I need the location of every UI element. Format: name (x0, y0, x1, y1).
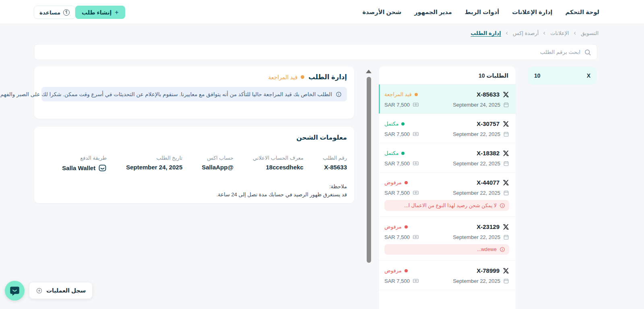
order-item-X-78999[interactable]: X-78999مرفوضSeptember 22, 2025SAR 7,500 (379, 261, 516, 290)
order-detail-header: إدارة الطلب قيد المراجعة (41, 73, 347, 81)
orders-panel-title: الطلبات 10 (379, 66, 516, 84)
order-item-X-23129[interactable]: X-23129مرفوضSeptember 22, 2025SAR 7,500w… (379, 217, 516, 261)
shipping-info-title: معلومات الشحن (41, 134, 347, 141)
banknote-icon (413, 131, 419, 137)
field-label: حساب اكس (202, 155, 233, 161)
nav-items: لوحة التحكمإدارة الإعلاناتأدوات الربطمدي… (362, 0, 599, 24)
calendar-icon (503, 131, 509, 137)
create-order-button[interactable]: + إنشاء طلب (75, 6, 125, 19)
shipping-field-5: طريقة الدفعSalla Wallet (62, 155, 107, 172)
order-amount: SAR 7,500 (384, 160, 419, 167)
order-status: مكتمل (384, 121, 405, 127)
order-item-X-30757[interactable]: X-30757مكتملSeptember 22, 2025SAR 7,500 (379, 114, 516, 143)
platform-tab-count: 10 (534, 72, 541, 79)
review-info-text: الطلب الخاص بك قيد المراجعة حاليا للتأكد… (0, 91, 332, 97)
x-logo-icon (503, 91, 509, 98)
nav-item-2[interactable]: إدارة الإعلانات (512, 9, 552, 15)
note-label: ملاحظة: (41, 183, 347, 191)
order-date: September 22, 2025 (453, 278, 509, 284)
search-input[interactable] (40, 49, 580, 55)
status-dot-icon (401, 152, 405, 155)
order-id: X-18382 (477, 150, 509, 157)
shipping-field-3: حساب اكسSallaApp@ (202, 155, 233, 172)
nav-item-4[interactable]: مدير الجمهور (414, 9, 452, 15)
order-status-card: إدارة الطلب قيد المراجعة الطلب الخاص بك … (34, 66, 354, 119)
breadcrumb-item-4[interactable]: إدارة الطلب (471, 30, 501, 36)
calendar-icon (503, 278, 509, 284)
field-label: طريقة الدفع (62, 155, 107, 161)
chat-bubble-icon (9, 285, 20, 296)
order-status-label: قيد المراجعة (268, 74, 297, 80)
order-id: X-23129 (477, 223, 509, 230)
note-text: قد يستغرق ظهور الرصيد في حسابك مدة تصل إ… (41, 191, 347, 199)
shipping-info-card: معلومات الشحن رقم الطلبX-85633معرف الحسا… (34, 127, 354, 203)
create-order-label: إنشاء طلب (82, 9, 111, 16)
field-value: SallaApp@ (202, 164, 233, 171)
banknote-icon (413, 190, 419, 196)
order-status: مرفوض (384, 179, 408, 185)
x-logo-icon (503, 150, 509, 157)
orders-list: X-85633قيد المراجعةSeptember 24, 2025SAR… (379, 84, 516, 290)
chevron-left-icon (542, 31, 547, 35)
banknote-icon (413, 234, 419, 240)
nav-item-3[interactable]: أدوات الربط (465, 9, 499, 15)
order-id: X-44077 (477, 179, 509, 186)
operations-log-button[interactable]: سجل العمليات (29, 282, 93, 299)
order-date: September 22, 2025 (453, 234, 509, 240)
shipping-field-4: تاريخ الطلبSeptember 24, 2025 (126, 155, 182, 172)
top-navbar: لوحة التحكمإدارة الإعلاناتأدوات الربطمدي… (0, 0, 644, 24)
shipping-fields: رقم الطلبX-85633معرف الحساب الاعلاني18cc… (41, 155, 347, 172)
order-date: September 22, 2025 (453, 190, 509, 196)
breadcrumb-item-3[interactable]: أرصدة إكس (513, 30, 539, 36)
scroll-up-arrow[interactable] (366, 70, 372, 73)
chat-fab-button[interactable] (5, 281, 25, 301)
x-logo-icon (503, 268, 509, 274)
calendar-icon (503, 234, 509, 240)
info-icon (500, 247, 505, 252)
order-id: X-30757 (477, 120, 509, 127)
search-bar (34, 44, 597, 60)
chevron-left-icon (573, 31, 577, 35)
banknote-icon (413, 278, 419, 284)
breadcrumb-item-1[interactable]: التسويق (581, 30, 599, 36)
status-dot-icon (401, 122, 405, 126)
platform-tab-label: X (587, 72, 590, 79)
field-label: معرف الحساب الاعلاني (253, 155, 303, 161)
plus-icon: + (115, 9, 118, 16)
order-amount: SAR 7,500 (384, 278, 419, 284)
platform-tab-x[interactable]: X 10 (528, 67, 597, 84)
orders-scrollbar[interactable] (365, 70, 372, 263)
shipping-field-2: معرف الحساب الاعلاني18ccesdhekc (253, 155, 303, 172)
field-value: 18ccesdhekc (253, 164, 303, 171)
order-status: مرفوض (384, 268, 408, 274)
order-date: September 24, 2025 (453, 102, 509, 108)
order-status: قيد المراجعة (384, 91, 418, 97)
shipping-note: ملاحظة: قد يستغرق ظهور الرصيد في حسابك م… (41, 183, 347, 199)
help-question-icon: ؟ (63, 9, 70, 16)
order-amount: SAR 7,500 (384, 234, 419, 240)
breadcrumb: التسويقالإعلاناتأرصدة إكسإدارة الطلب (471, 30, 599, 36)
order-id: X-85633 (477, 91, 509, 98)
x-logo-icon (503, 121, 509, 127)
x-logo-icon (503, 224, 509, 230)
calendar-icon (503, 161, 509, 167)
nav-item-5[interactable]: شحن الأرصدة (362, 9, 401, 15)
order-item-X-18382[interactable]: X-18382مكتملSeptember 22, 2025SAR 7,500 (379, 143, 516, 173)
breadcrumb-item-2[interactable]: الإعلانات (550, 30, 569, 36)
wallet-icon (98, 164, 107, 172)
shipping-field-1: رقم الطلبX-85633 (323, 155, 347, 172)
help-button[interactable]: ؟ مساعدة (34, 6, 75, 19)
help-label: مساعدة (39, 9, 60, 16)
order-date: September 22, 2025 (453, 161, 509, 167)
calendar-icon (503, 190, 509, 196)
order-item-X-85633[interactable]: X-85633قيد المراجعةSeptember 24, 2025SAR… (379, 84, 516, 114)
status-dot-icon (415, 93, 418, 96)
order-item-X-44077[interactable]: X-44077مرفوضSeptember 22, 2025SAR 7,500ل… (379, 173, 516, 217)
status-dot-icon (405, 181, 408, 184)
order-amount: SAR 7,500 (384, 131, 419, 137)
nav-item-1[interactable]: لوحة التحكم (566, 9, 599, 15)
scrollbar-thumb[interactable] (367, 77, 371, 263)
order-status: مكتمل (384, 150, 405, 156)
field-label: رقم الطلب (323, 155, 347, 161)
field-value: Salla Wallet (62, 164, 107, 172)
